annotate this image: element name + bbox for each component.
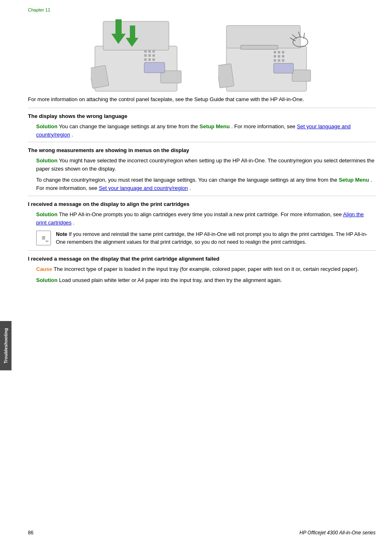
sidebar: Troubleshooting	[0, 0, 12, 543]
solution-text-4: Load unused plain white letter or A4 pap…	[59, 277, 282, 283]
divider-1	[28, 108, 376, 108]
setup-menu-link-2[interactable]: Setup Menu	[339, 177, 369, 183]
svg-rect-24	[278, 55, 280, 58]
solution-end-1: .	[71, 132, 73, 138]
note-text-content: Note If you remove and reinstall the sam…	[56, 231, 376, 246]
note-body: If you remove and reinstall the same pri…	[56, 231, 367, 245]
svg-rect-9	[152, 54, 155, 57]
divider-4	[28, 250, 376, 251]
svg-rect-21	[278, 51, 280, 53]
solution-end-3: .	[73, 220, 75, 226]
sidebar-troubleshooting-label: Troubleshooting	[0, 321, 12, 370]
section-wrong-measurements-solution: Solution You might have selected the inc…	[28, 157, 376, 173]
chapter-label: Chapter 11	[28, 7, 50, 12]
setup-menu-link-1[interactable]: Setup Menu	[199, 123, 230, 129]
sidebar-label-text: Troubleshooting	[3, 328, 8, 363]
illustration-caption: For more information on attaching the co…	[28, 95, 376, 104]
section-alignment-failed-heading: I received a message on the display that…	[28, 256, 376, 262]
svg-rect-23	[274, 55, 276, 58]
svg-rect-28	[282, 59, 284, 62]
solution-label-3: Solution	[36, 211, 58, 217]
cause-text: The incorrect type of paper is loaded in…	[53, 266, 359, 272]
body2-text: To change the country/region, you must r…	[36, 177, 339, 183]
svg-rect-25	[282, 55, 284, 58]
svg-rect-20	[274, 51, 276, 53]
note-icon-pen: ✏	[46, 239, 49, 243]
svg-rect-5	[148, 50, 151, 53]
footer-product-name: HP Officejet 4300 All-in-One series	[300, 530, 376, 536]
section-wrong-language-heading: The display shows the wrong language	[28, 113, 376, 119]
section-align-cartridges: I received a message on the display to a…	[28, 201, 376, 246]
solution-label-4: Solution	[36, 277, 58, 283]
solution-label-2: Solution	[36, 157, 58, 164]
divider-2	[28, 142, 376, 142]
svg-rect-8	[148, 54, 151, 57]
note-label: Note	[56, 231, 67, 237]
section-align-heading: I received a message on the display to a…	[28, 201, 376, 207]
section-wrong-language: The display shows the wrong language Sol…	[28, 113, 376, 139]
section-wrong-language-solution: Solution You can change the language set…	[28, 122, 376, 139]
divider-3	[28, 196, 376, 196]
note-icon: ✏	[36, 231, 51, 245]
illustration-area	[28, 17, 376, 95]
svg-rect-4	[144, 50, 147, 53]
svg-rect-22	[282, 51, 284, 53]
solution-label-1: Solution	[36, 123, 58, 129]
svg-rect-13	[144, 62, 165, 73]
svg-rect-12	[152, 58, 155, 61]
section-wrong-measurements: The wrong measurements are showing in me…	[28, 147, 376, 192]
svg-rect-10	[144, 58, 147, 61]
svg-rect-16	[226, 46, 307, 91]
note-block: ✏ Note If you remove and reinstall the s…	[28, 231, 376, 246]
section-wrong-measurements-body2: To change the country/region, you must r…	[28, 176, 376, 192]
section-align-solution: Solution The HP All-in-One prompts you t…	[28, 210, 376, 226]
solution-text-1: You can change the language settings at …	[59, 123, 199, 129]
solution-text-2: You might have selected the incorrect co…	[36, 157, 374, 172]
svg-rect-29	[274, 63, 293, 73]
language-link-2[interactable]: Set your language and country/region	[99, 185, 188, 191]
svg-rect-35	[241, 45, 278, 49]
section-alignment-failed-solution: Solution Load unused plain white letter …	[28, 276, 376, 284]
solution-text-3: The HP All-in-One prompts you to align c…	[59, 211, 343, 217]
footer: 86 HP Officejet 4300 All-in-One series	[28, 530, 376, 536]
printer-illustration-right	[218, 17, 313, 95]
svg-rect-17	[226, 25, 300, 48]
section-alignment-failed-cause: Cause The incorrect type of paper is loa…	[28, 265, 376, 273]
section-alignment-failed: I received a message on the display that…	[28, 256, 376, 284]
printer-illustration-left	[91, 17, 185, 95]
svg-rect-26	[274, 59, 276, 62]
svg-rect-7	[144, 54, 147, 57]
chapter-header: Chapter 11	[28, 7, 376, 12]
cause-label: Cause	[36, 266, 52, 272]
main-content: Chapter 11	[12, 0, 392, 543]
svg-rect-19	[292, 70, 311, 81]
svg-rect-6	[152, 50, 155, 53]
body2-end: .	[189, 185, 191, 191]
solution-suffix-1: . For more information, see	[231, 123, 297, 129]
footer-page-number: 86	[28, 530, 33, 536]
svg-rect-11	[148, 58, 151, 61]
section-wrong-measurements-heading: The wrong measurements are showing in me…	[28, 147, 376, 153]
svg-rect-27	[278, 59, 280, 62]
